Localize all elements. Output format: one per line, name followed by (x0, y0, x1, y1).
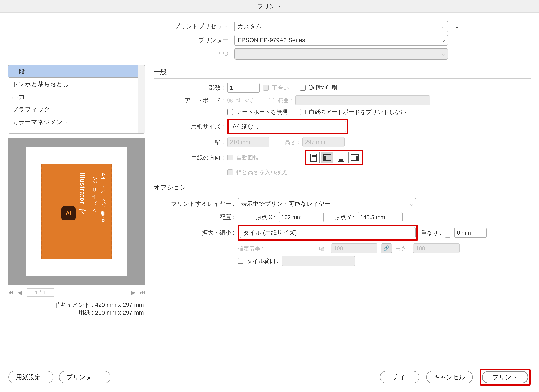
papersize-select[interactable]: A4 縁なし ⌵ (230, 121, 346, 132)
chevron-down-icon: ⌵ (442, 37, 445, 43)
origin-y-label: 原点 Y : (335, 213, 354, 221)
pager-next-icon[interactable]: ▶ (131, 289, 135, 296)
scale-h-label: 高さ : (395, 244, 410, 252)
collate-checkbox (263, 85, 269, 91)
print-button[interactable]: プリント (482, 371, 528, 383)
tile-range-input (282, 256, 355, 266)
autorotate-checkbox (227, 155, 233, 160)
preview-text-main: Illustratorで (78, 173, 87, 211)
document-info: ドキュメント : 420 mm x 297 mm 用紙 : 210 mm x 2… (8, 301, 145, 317)
header-area: プリントプリセット : カスタム ⌵ ⭳ プリンター : EPSON EP-97… (0, 13, 539, 63)
scale-h-input: 100 (413, 243, 460, 253)
scale-select[interactable]: タイル (用紙サイズ) ⌵ (240, 227, 416, 238)
orient-portrait-up-button[interactable] (307, 152, 320, 163)
layers-label: プリントするレイヤー : (154, 200, 235, 208)
pager-first-icon[interactable]: ⏮ (8, 289, 13, 296)
save-preset-icon[interactable]: ⭳ (452, 21, 462, 31)
sidebar-item-output[interactable]: 出力 (8, 90, 145, 103)
portrait-down-icon (338, 154, 344, 162)
ignore-artboards-checkbox[interactable] (227, 109, 233, 115)
orient-label: 用紙の方向 : (154, 154, 224, 162)
height-input: 297 mm (303, 137, 345, 147)
ai-badge-icon: Ai (62, 206, 76, 220)
sidebar-item-graphics[interactable]: グラフィック (8, 103, 145, 116)
preset-value: カスタム (238, 23, 262, 30)
paper-label: 用紙 : (78, 309, 93, 316)
chevron-down-icon: ⌵ (410, 201, 413, 207)
sidebar-item-colormgmt[interactable]: カラーマネジメント (8, 116, 145, 128)
print-preview: Ai Illustratorで A3サイズ を A4サイズで 印刷する (8, 138, 145, 285)
chevron-down-icon: ⌵ (409, 230, 413, 236)
window-titlebar: プリント (0, 0, 539, 13)
orient-landscape-right-button[interactable] (348, 152, 361, 163)
dialog-footer: 用紙設定... プリンター... 完了 キャンセル プリント (0, 368, 539, 386)
origin-x-input[interactable]: 102 mm (279, 212, 324, 222)
scale-w-input: 100 (331, 243, 377, 253)
placement-grid-icon[interactable] (238, 213, 246, 221)
scale-value: タイル (用紙サイズ) (243, 229, 297, 237)
skip-blank-label: 白紙のアートボードをプリントしない (309, 108, 406, 116)
cancel-button[interactable]: キャンセル (426, 371, 473, 383)
printer-select[interactable]: EPSON EP-979A3 Series ⌵ (235, 34, 448, 46)
doc-value: 420 mm x 297 mm (95, 301, 144, 308)
pager-last-icon[interactable]: ⏭ (140, 289, 145, 296)
chevron-down-icon: ⌵ (340, 124, 343, 129)
overlap-stepper[interactable]: ˄˅ (445, 228, 451, 238)
caret-up-icon: ˄ (445, 228, 451, 233)
sidebar-scrollbar[interactable] (138, 65, 145, 133)
printer-value: EPSON EP-979A3 Series (238, 37, 305, 43)
divider (154, 78, 531, 79)
layers-select[interactable]: 表示中でプリント可能なレイヤー ⌵ (238, 198, 416, 209)
origin-y-input[interactable]: 145.5 mm (358, 212, 403, 222)
preview-artwork: Ai Illustratorで A3サイズ を A4サイズで 印刷する (41, 164, 112, 259)
chevron-down-icon: ⌵ (442, 24, 445, 29)
preview-page: Ai Illustratorで A3サイズ を A4サイズで 印刷する (26, 147, 127, 276)
papersize-label: 用紙サイズ : (154, 123, 224, 130)
scalefactor-label: 指定倍率 : (238, 244, 287, 252)
paper-value: 210 mm x 297 mm (95, 309, 144, 316)
layers-value: 表示中でプリント可能なレイヤー (241, 200, 331, 208)
general-heading: 一般 (154, 68, 531, 77)
artboard-all-label: すべて (236, 96, 254, 104)
preview-pager: ⏮ ◀ 1 / 1 ▶ ⏭ (8, 288, 145, 297)
width-label: 幅 : (154, 138, 224, 146)
link-wh-button[interactable]: 🔗 (381, 243, 392, 253)
orient-portrait-down-button[interactable] (335, 152, 347, 163)
pager-page-field[interactable]: 1 / 1 (26, 288, 54, 297)
category-list[interactable]: 一般 トンボと裁ち落とし 出力 グラフィック カラーマネジメント (8, 65, 145, 134)
preview-text-sub2: A4サイズで 印刷する (99, 173, 106, 220)
swap-wh-label: 幅と高さを入れ換え (236, 168, 288, 176)
sidebar-item-general[interactable]: 一般 (8, 65, 145, 78)
caret-down-icon: ˅ (445, 233, 451, 237)
skip-blank-checkbox[interactable] (300, 109, 306, 115)
chevron-down-icon: ⌵ (442, 51, 445, 57)
orient-landscape-left-button[interactable] (321, 152, 333, 163)
papersize-value: A4 縁なし (233, 123, 260, 130)
reverse-checkbox[interactable] (300, 85, 306, 91)
ppd-select: ⌵ (235, 48, 448, 59)
sidebar-item-marks[interactable]: トンボと裁ち落とし (8, 78, 145, 90)
artboard-all-radio (227, 98, 233, 103)
orientation-group (307, 152, 361, 163)
swap-wh-checkbox (227, 169, 233, 175)
artboard-label: アートボード : (154, 96, 224, 104)
artboard-range-radio (269, 98, 274, 103)
artboard-range-label: 範囲 : (278, 96, 292, 104)
done-button[interactable]: 完了 (380, 371, 419, 383)
left-column: 一般 トンボと裁ち落とし 出力 グラフィック カラーマネジメント Ai Illu… (8, 65, 145, 317)
portrait-up-icon (310, 154, 317, 162)
tile-range-checkbox[interactable] (238, 258, 243, 264)
preset-select[interactable]: カスタム ⌵ (235, 21, 448, 32)
copies-input[interactable]: 1 (227, 83, 260, 93)
paper-setup-button[interactable]: 用紙設定... (8, 371, 53, 383)
pager-prev-icon[interactable]: ◀ (18, 289, 22, 296)
link-icon: 🔗 (383, 245, 390, 251)
artboard-range-input (295, 96, 430, 105)
overlap-input[interactable]: 0 mm (454, 228, 487, 238)
ppd-label: PPD : (0, 51, 235, 57)
right-column: 一般 部数 : 1 丁合い 逆順で印刷 アートボード : すべて 範囲 : アー… (154, 65, 531, 317)
copies-label: 部数 : (154, 84, 224, 92)
width-input: 210 mm (227, 137, 270, 147)
printer-button[interactable]: プリンター... (59, 371, 111, 383)
preset-label: プリントプリセット : (0, 23, 235, 30)
